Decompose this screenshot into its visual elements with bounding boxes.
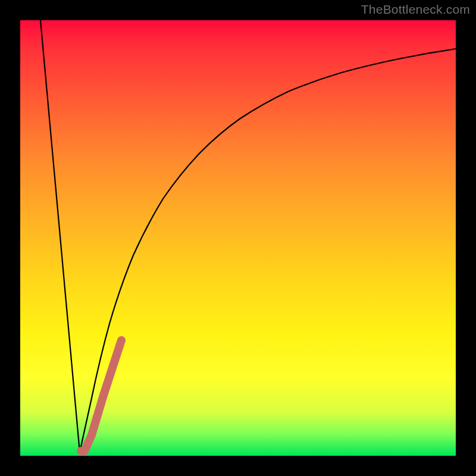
series-left-descent: [40, 20, 80, 452]
chart-svg: [20, 20, 456, 456]
series-right-curve: [80, 49, 456, 452]
plot-area: [20, 20, 456, 456]
chart-frame: TheBottleneck.com: [0, 0, 476, 476]
watermark-text: TheBottleneck.com: [361, 2, 470, 17]
